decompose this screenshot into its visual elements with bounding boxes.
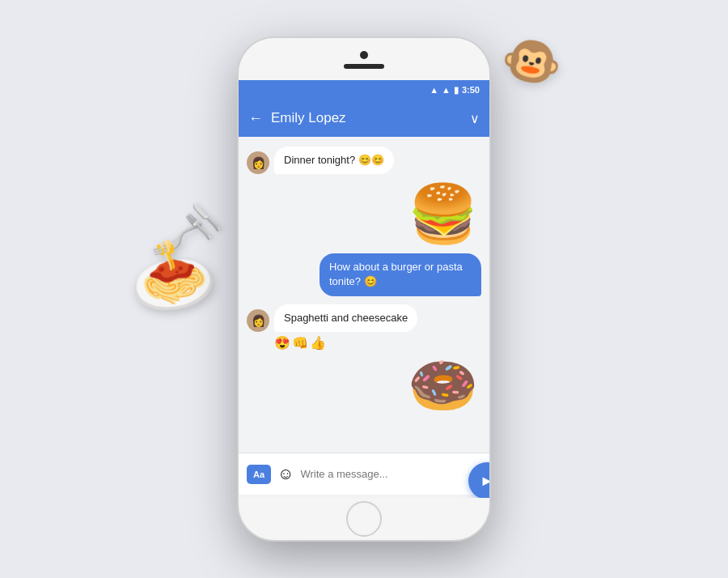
message-input[interactable] bbox=[300, 468, 481, 480]
message-text: Spaghetti and cheesecake bbox=[284, 312, 408, 324]
wifi-icon: ▲ bbox=[442, 85, 451, 95]
reaction-emoji: 😍 bbox=[274, 335, 290, 351]
emoji-button[interactable]: ☺ bbox=[277, 465, 294, 483]
message-text: How about a burger or pasta tonite? 😊 bbox=[329, 261, 463, 287]
message-row: 🍔 bbox=[247, 182, 481, 245]
home-button[interactable] bbox=[346, 501, 382, 537]
phone-camera bbox=[360, 51, 368, 59]
back-button[interactable]: ← bbox=[248, 110, 263, 127]
status-bar: ▲ ▲ ▮ 3:50 bbox=[239, 80, 489, 100]
monkey-decoration: 🐵 bbox=[497, 28, 566, 95]
time-display: 3:50 bbox=[462, 85, 480, 95]
avatar: 👩 bbox=[247, 151, 269, 174]
reaction-emoji: 👊 bbox=[292, 335, 308, 351]
avatar: 👩 bbox=[247, 309, 269, 332]
message-row: 🍩 bbox=[247, 354, 481, 417]
message-row: How about a burger or pasta tonite? 😊 bbox=[247, 253, 481, 295]
message-row: 👩 Dinner tonight? 😊😊 bbox=[247, 147, 481, 174]
phone-bottom-bezel bbox=[239, 498, 489, 540]
message-bubble-emoji: 🍔 bbox=[404, 182, 481, 245]
scene: 🍴 🍝 🐵 ▲ ▲ ▮ 3:50 ← bbox=[0, 0, 728, 578]
input-bar: Aa ☺ ► bbox=[239, 453, 489, 495]
phone-shell: ▲ ▲ ▮ 3:50 ← Emily Lopez ∨ 👩 Dinner toni bbox=[239, 38, 489, 540]
message-text: Dinner tonight? 😊😊 bbox=[284, 154, 384, 166]
message-bubble: Spaghetti and cheesecake bbox=[274, 304, 417, 332]
message-bubble: How about a burger or pasta tonite? 😊 bbox=[320, 253, 481, 295]
message-bubble: Dinner tonight? 😊😊 bbox=[274, 147, 394, 174]
message-bubble-emoji: 🍩 bbox=[404, 354, 481, 417]
phone-speaker bbox=[344, 64, 384, 69]
dropdown-chevron[interactable]: ∨ bbox=[470, 111, 480, 126]
message-row: 👩 Spaghetti and cheesecake bbox=[247, 304, 481, 332]
signal-icon: ▲ bbox=[430, 85, 438, 95]
phone-screen: ▲ ▲ ▮ 3:50 ← Emily Lopez ∨ 👩 Dinner toni bbox=[239, 80, 489, 498]
send-icon: ► bbox=[480, 473, 489, 490]
status-icons: ▲ ▲ ▮ 3:50 bbox=[430, 85, 480, 96]
reaction-emoji: 👍 bbox=[310, 335, 326, 351]
aa-button[interactable]: Aa bbox=[247, 465, 271, 484]
message-group: 👩 Spaghetti and cheesecake 😍 👊 👍 bbox=[247, 304, 481, 351]
phone-top-bezel bbox=[239, 38, 489, 80]
chat-header: ← Emily Lopez ∨ bbox=[239, 100, 489, 137]
messages-area: 👩 Dinner tonight? 😊😊 🍔 How about a burge… bbox=[239, 137, 489, 453]
contact-name: Emily Lopez bbox=[271, 110, 470, 126]
reaction-row: 😍 👊 👍 bbox=[274, 335, 481, 351]
battery-icon: ▮ bbox=[454, 85, 459, 96]
